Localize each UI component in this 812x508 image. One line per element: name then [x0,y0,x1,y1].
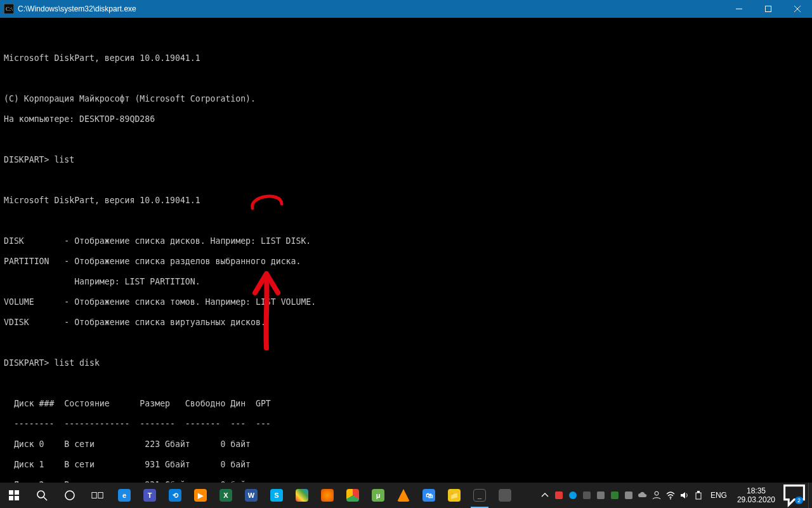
language-indicator[interactable]: ENG [705,491,732,500]
line: VDISK - Отображение списка виртуальных д… [4,318,808,328]
tray-network-icon[interactable] [664,483,678,508]
taskbar: e T ⟲ ▶ X W S μ 🛍 📁 _ ENG 18:35 29.03.20 [0,483,812,508]
start-button[interactable] [0,483,28,508]
table-header: Диск ### Состояние Размер Свободно Дин G… [4,399,808,409]
tray-icon-6[interactable] [622,483,636,508]
svg-point-15 [655,491,658,495]
line [4,74,808,84]
taskbar-app-cmd[interactable]: _ [467,483,492,508]
svg-point-16 [670,498,671,500]
notification-icon [780,481,808,508]
table-row: Диск 0 В сети 223 Gбайт 0 байт [4,439,808,450]
task-view-button[interactable] [84,483,112,508]
line: Microsoft DiskPart, версия 10.0.19041.1 [4,196,808,206]
close-button[interactable] [783,0,812,18]
tray-icon-4[interactable] [594,483,608,508]
notification-badge: 2 [795,497,803,504]
maximize-button[interactable] [754,0,783,18]
show-desktop-button[interactable] [808,483,812,508]
titlebar[interactable]: C:\ C:\Windows\system32\diskpart.exe [0,0,812,18]
svg-point-12 [65,491,74,500]
line: Microsoft DiskPart, версия 10.0.19041.1 [4,53,808,64]
taskbar-app-vlc[interactable] [391,483,416,508]
taskbar-app-word[interactable]: W [239,483,264,508]
table-sep: -------- ------------- ------- ------- -… [4,419,808,429]
tray-volume-icon[interactable] [678,483,691,508]
action-center-button[interactable]: 2 [780,483,808,508]
svg-rect-8 [9,496,13,500]
svg-rect-6 [9,490,13,495]
clock[interactable]: 18:35 29.03.2020 [732,486,780,504]
line: VOLUME - Отображение списка томов. Напри… [4,297,808,307]
taskbar-app-picasa[interactable] [289,483,315,508]
clock-time: 18:35 [737,486,775,495]
line [4,378,808,389]
tray-icon-5[interactable] [608,483,622,508]
taskbar-app-chrome[interactable] [340,483,365,508]
line [4,33,808,43]
svg-rect-7 [15,490,19,495]
task-view-icon [91,489,104,502]
svg-text:C:\: C:\ [6,6,13,12]
wifi-icon [665,490,676,500]
line: PARTITION - Отображение списка разделов … [4,257,808,267]
taskbar-app-firefox[interactable] [315,483,340,508]
svg-point-10 [37,491,44,498]
taskbar-app-skype[interactable]: S [264,483,289,508]
cortana-button[interactable] [56,483,84,508]
line: Например: LIST PARTITION. [4,277,808,287]
taskbar-app-torrent[interactable]: μ [365,483,391,508]
svg-rect-14 [98,492,103,498]
prompt-line: DISKPART> list disk [4,358,808,368]
line [4,135,808,145]
taskbar-app-explorer[interactable]: 📁 [442,483,467,508]
search-button[interactable] [28,483,56,508]
tray-onedrive-icon[interactable] [636,483,650,508]
usb-icon [693,490,704,500]
tray-icon-2[interactable] [566,483,580,508]
diskpart-window: C:\ C:\Windows\system32\diskpart.exe Mic… [0,0,812,483]
line: DISK - Отображение списка дисков. Наприм… [4,236,808,246]
taskbar-app-excel[interactable]: X [213,483,239,508]
terminal-output[interactable]: Microsoft DiskPart, версия 10.0.19041.1 … [0,18,812,483]
window-title: C:\Windows\system32\diskpart.exe [18,4,136,13]
taskbar-app-edge[interactable]: e [112,483,137,508]
cmd-icon: C:\ [4,4,14,14]
taskbar-app-media1[interactable]: ⟲ [162,483,188,508]
minimize-button[interactable] [724,0,754,18]
chevron-up-icon [540,490,550,500]
clock-date: 29.03.2020 [737,495,775,504]
tray-safely-remove-icon[interactable] [691,483,705,508]
line [4,338,808,348]
cloud-icon [638,490,648,500]
volume-icon [679,490,690,500]
prompt-line: DISKPART> list [4,155,808,165]
windows-icon [8,489,20,502]
table-row: Диск 1 В сети 931 Gбайт 0 байт [4,460,808,470]
tray-icon-3[interactable] [580,483,594,508]
tray-people-icon[interactable] [650,483,664,508]
line [4,216,808,226]
tray-show-hidden[interactable] [538,483,552,508]
taskbar-app-player[interactable]: ▶ [188,483,213,508]
svg-rect-9 [15,496,19,500]
people-icon [652,490,662,500]
cortana-icon [63,489,76,502]
line [4,175,808,185]
taskbar-app-store[interactable]: 🛍 [416,483,442,508]
svg-line-11 [44,497,47,500]
svg-rect-18 [697,491,700,493]
taskbar-app-other[interactable] [492,483,518,508]
svg-rect-13 [92,492,96,498]
svg-rect-17 [696,493,701,499]
taskbar-app-teams[interactable]: T [137,483,162,508]
line: (C) Корпорация Майкрософт (Microsoft Cor… [4,94,808,104]
svg-rect-3 [766,6,771,12]
search-icon [36,489,48,502]
line: На компьютере: DESKTOP-89QD286 [4,114,808,124]
tray-icon-1[interactable] [552,483,566,508]
